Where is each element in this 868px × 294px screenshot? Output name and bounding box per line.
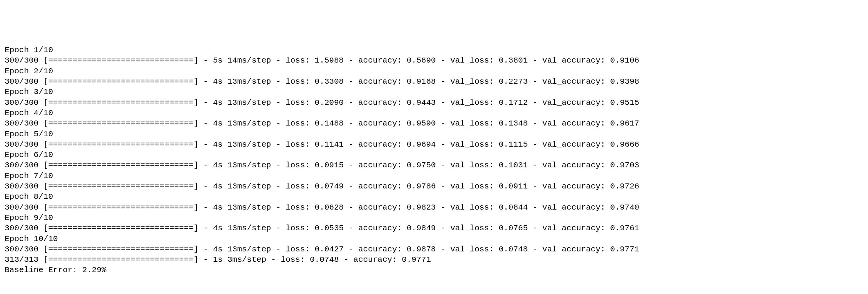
epoch-metrics: 300/300 [==============================]… (5, 202, 863, 213)
epoch-header: Epoch 8/10 (5, 192, 863, 202)
epoch-metrics: 300/300 [==============================]… (5, 97, 863, 108)
epoch-metrics: 300/300 [==============================]… (5, 76, 863, 87)
epoch-metrics: 300/300 [==============================]… (5, 223, 863, 233)
epoch-header: Epoch 9/10 (5, 213, 863, 223)
epoch-metrics: 300/300 [==============================]… (5, 55, 863, 66)
epoch-header: Epoch 2/10 (5, 66, 863, 76)
epoch-metrics: 300/300 [==============================]… (5, 181, 863, 192)
epoch-metrics: 300/300 [==============================]… (5, 118, 863, 129)
evaluation-metrics: 313/313 [==============================]… (5, 254, 863, 265)
epoch-metrics: 300/300 [==============================]… (5, 139, 863, 150)
epoch-header: Epoch 10/10 (5, 234, 863, 244)
epoch-metrics: 300/300 [==============================]… (5, 244, 863, 254)
epoch-header: Epoch 1/10 (5, 45, 863, 55)
epoch-metrics: 300/300 [==============================]… (5, 160, 863, 170)
epoch-header: Epoch 5/10 (5, 129, 863, 139)
terminal-output: Epoch 1/10300/300 [=====================… (5, 45, 863, 276)
epoch-header: Epoch 6/10 (5, 150, 863, 160)
epoch-header: Epoch 3/10 (5, 87, 863, 97)
epoch-header: Epoch 7/10 (5, 171, 863, 181)
baseline-error: Baseline Error: 2.29% (5, 265, 863, 275)
epoch-header: Epoch 4/10 (5, 108, 863, 118)
